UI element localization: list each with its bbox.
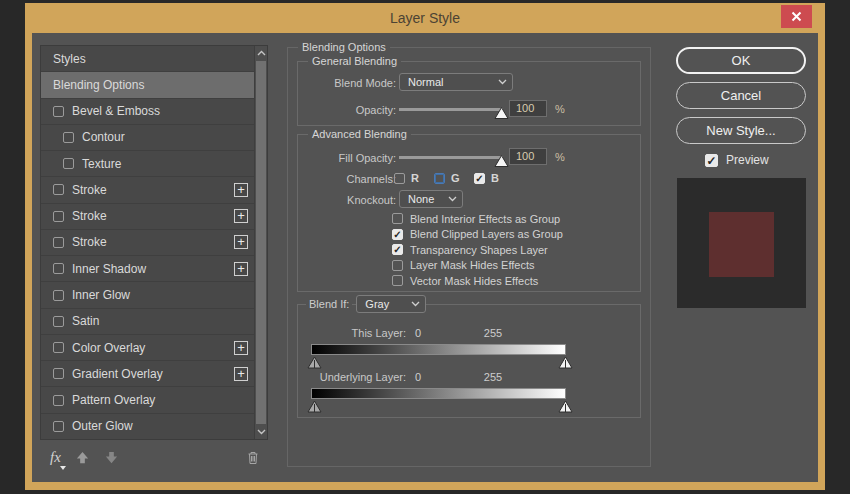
checkbox[interactable] xyxy=(53,421,64,432)
underlying-layer-black-thumb[interactable] xyxy=(307,399,322,417)
sidebar-item-bevel-emboss[interactable]: Bevel & Emboss xyxy=(41,99,254,125)
underlying-layer-max: 255 xyxy=(481,371,505,383)
checkbox[interactable] xyxy=(53,290,64,301)
checkbox[interactable] xyxy=(392,260,403,271)
section-title: Blending Options xyxy=(298,41,390,53)
opacity-input[interactable]: 100 xyxy=(509,100,547,117)
preview-toggle[interactable]: Preview xyxy=(705,153,769,167)
sidebar-item-texture[interactable]: Texture xyxy=(41,151,254,177)
sidebar-item-satin[interactable]: Satin xyxy=(41,309,254,335)
sidebar-item-stroke[interactable]: Stroke+ xyxy=(41,230,254,256)
sidebar-item-label: Outer Glow xyxy=(72,419,133,433)
underlying-layer-label: Underlying Layer: xyxy=(298,371,406,383)
checkbox[interactable] xyxy=(53,263,64,274)
channel-g[interactable]: G xyxy=(434,172,474,184)
this-layer-white-thumb[interactable] xyxy=(558,355,573,373)
checkbox[interactable] xyxy=(392,275,403,286)
fx-icon: fx xyxy=(50,449,61,465)
checkbox[interactable] xyxy=(53,106,64,117)
sidebar-item-inner-glow[interactable]: Inner Glow xyxy=(41,282,254,308)
channel-b[interactable]: B xyxy=(474,172,514,184)
scrollbar-thumb[interactable] xyxy=(256,61,266,424)
general-blending-group: General Blending Blend Mode: Normal Opac… xyxy=(297,61,641,126)
scroll-up-button[interactable] xyxy=(255,47,267,59)
opacity-slider-thumb[interactable] xyxy=(494,105,509,123)
fill-opacity-input[interactable]: 100 xyxy=(509,148,547,165)
checkbox[interactable] xyxy=(53,316,64,327)
checkbox[interactable] xyxy=(392,244,403,255)
checkbox[interactable] xyxy=(53,211,64,222)
add-effect-icon[interactable]: + xyxy=(234,341,248,355)
checkbox[interactable] xyxy=(63,158,74,169)
fx-menu-button[interactable]: fx xyxy=(50,448,61,466)
checkbox[interactable] xyxy=(392,229,403,240)
close-button[interactable] xyxy=(781,5,812,28)
option-transparency-shapes-layer[interactable]: Transparency Shapes Layer xyxy=(392,242,563,258)
cancel-button[interactable]: Cancel xyxy=(676,82,806,109)
underlying-layer-white-thumb[interactable] xyxy=(558,399,573,417)
channel-r[interactable]: R xyxy=(394,172,434,184)
option-label: Blend Interior Effects as Group xyxy=(410,213,560,225)
scroll-down-button[interactable] xyxy=(255,426,267,438)
underlying-layer-min: 0 xyxy=(412,371,424,383)
option-vector-mask-hides-effects[interactable]: Vector Mask Hides Effects xyxy=(392,273,563,289)
channels-label: Channels: xyxy=(298,173,396,185)
blend-if-dropdown[interactable]: Gray xyxy=(356,295,426,313)
knockout-dropdown[interactable]: None xyxy=(399,190,463,208)
sidebar-item-gradient-overlay[interactable]: Gradient Overlay+ xyxy=(41,361,254,387)
move-effect-up-button[interactable] xyxy=(75,450,90,465)
add-effect-icon[interactable]: + xyxy=(234,209,248,223)
styles-scrollbar[interactable] xyxy=(254,46,267,439)
add-effect-icon[interactable]: + xyxy=(234,262,248,276)
checkbox[interactable] xyxy=(392,213,403,224)
blend-mode-dropdown[interactable]: Normal xyxy=(399,73,513,91)
fx-caret-icon xyxy=(60,466,66,470)
close-icon xyxy=(791,11,802,22)
sidebar-item-pattern-overlay[interactable]: Pattern Overlay xyxy=(41,387,254,413)
checkbox[interactable] xyxy=(474,173,485,184)
checkbox[interactable] xyxy=(53,395,64,406)
blend-if-header: Blend If: Gray xyxy=(306,295,426,313)
checkbox[interactable] xyxy=(53,237,64,248)
checkbox[interactable] xyxy=(434,173,445,184)
checkbox[interactable] xyxy=(53,184,64,195)
dialog-titlebar[interactable]: Layer Style xyxy=(25,3,825,33)
fill-opacity-slider-thumb[interactable] xyxy=(494,153,509,171)
knockout-label: Knockout: xyxy=(298,194,396,206)
sidebar-item-styles[interactable]: Styles xyxy=(41,46,254,72)
sidebar-item-color-overlay[interactable]: Color Overlay+ xyxy=(41,335,254,361)
fill-opacity-slider xyxy=(399,156,503,159)
sidebar-item-label: Satin xyxy=(72,314,99,328)
opacity-unit: % xyxy=(555,103,565,115)
sidebar-item-blending-options[interactable]: Blending Options xyxy=(41,72,254,98)
move-effect-down-button[interactable] xyxy=(104,450,119,465)
delete-effect-button[interactable] xyxy=(246,450,260,465)
sidebar-item-outer-glow[interactable]: Outer Glow xyxy=(41,414,254,439)
sidebar-item-label: Bevel & Emboss xyxy=(72,104,160,118)
sidebar-item-contour[interactable]: Contour xyxy=(41,125,254,151)
option-blend-clipped-layers-as-group[interactable]: Blend Clipped Layers as Group xyxy=(392,227,563,243)
sidebar-item-label: Texture xyxy=(82,157,121,171)
channels-checkboxes: RGB xyxy=(394,172,514,184)
checkbox[interactable] xyxy=(53,368,64,379)
preview-swatch xyxy=(677,178,806,308)
option-label: Vector Mask Hides Effects xyxy=(410,275,538,287)
add-effect-icon[interactable]: + xyxy=(234,235,248,249)
option-blend-interior-effects-as-group[interactable]: Blend Interior Effects as Group xyxy=(392,211,563,227)
sidebar-item-inner-shadow[interactable]: Inner Shadow+ xyxy=(41,256,254,282)
checkbox[interactable] xyxy=(53,342,64,353)
sidebar-item-stroke[interactable]: Stroke+ xyxy=(41,204,254,230)
opacity-label: Opacity: xyxy=(298,104,396,116)
preview-checkbox[interactable] xyxy=(705,154,718,167)
new-style-button[interactable]: New Style... xyxy=(676,117,806,144)
trash-icon xyxy=(246,450,260,465)
this-layer-gradient-bar xyxy=(311,344,566,355)
sidebar-item-label: Contour xyxy=(82,130,125,144)
option-layer-mask-hides-effects[interactable]: Layer Mask Hides Effects xyxy=(392,258,563,274)
ok-button[interactable]: OK xyxy=(676,47,806,74)
checkbox[interactable] xyxy=(394,173,405,184)
add-effect-icon[interactable]: + xyxy=(234,367,248,381)
checkbox[interactable] xyxy=(63,132,74,143)
add-effect-icon[interactable]: + xyxy=(234,183,248,197)
sidebar-item-stroke[interactable]: Stroke+ xyxy=(41,177,254,203)
